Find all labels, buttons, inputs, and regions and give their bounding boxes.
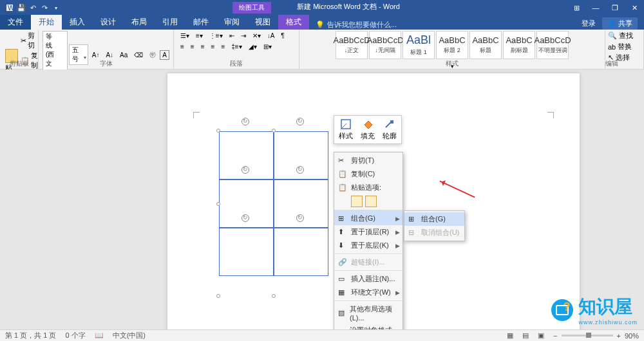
style-gallery-item[interactable]: AaBl标题 1 [402, 31, 435, 59]
rotate-handle-icon[interactable] [242, 166, 249, 174]
word-count[interactable]: 0 个字 [65, 331, 85, 340]
selected-shapes-group[interactable] [219, 131, 335, 286]
increase-indent-button[interactable]: ⇥ [238, 31, 249, 41]
style-gallery-item[interactable]: AaBbC副标题 [503, 31, 535, 59]
tab-review[interactable]: 审阅 [216, 15, 247, 30]
group-paragraph: ☰▾ ≡▾ ⋮≡▾ ⇤ ⇥ ✕▾ ↓A ¶ ≡ ≡ ≡ ≡ ≡ ‡≡▾ ◢▾ ⊞… [174, 30, 299, 69]
tab-design[interactable]: 设计 [93, 15, 124, 30]
change-case-button[interactable]: Aa [117, 50, 130, 60]
print-layout-icon[interactable]: ▤ [522, 331, 529, 340]
crop-mark-icon [193, 112, 200, 118]
zoom-out-icon[interactable]: − [553, 332, 557, 340]
zoom-controls[interactable]: − + 90% [553, 332, 639, 340]
ctx-item-more[interactable]: ▧其他布局选项(L)... [334, 300, 402, 324]
find-button[interactable]: 🔍查找 [608, 31, 641, 41]
clear-format-button[interactable]: ⌫ [131, 50, 146, 60]
web-layout-icon[interactable]: ▣ [538, 331, 544, 340]
submenu-item-group[interactable]: ⊞组合(G) [404, 212, 464, 226]
tab-format[interactable]: 格式 [278, 15, 309, 30]
paste-option-icon[interactable] [365, 196, 377, 207]
cut-button[interactable]: ✂剪切 [21, 31, 38, 50]
restore-icon[interactable]: ❐ [605, 4, 625, 12]
asian-layout-button[interactable]: ✕▾ [250, 31, 263, 41]
group-icon: ⊞ [408, 215, 417, 224]
tab-mailings[interactable]: 邮件 [185, 15, 216, 30]
tab-layout[interactable]: 布局 [124, 15, 155, 30]
ribbon-options-icon[interactable]: ⊞ [567, 4, 586, 12]
tab-home[interactable]: 开始 [31, 15, 62, 30]
tab-view[interactable]: 视图 [247, 15, 278, 30]
show-marks-button[interactable]: ¶ [278, 31, 287, 41]
group-clipboard: 粘贴 ✂剪切 📋复制 🖌格式刷 剪贴板 [0, 30, 39, 69]
language-indicator[interactable]: 中文(中国) [113, 331, 146, 340]
close-icon[interactable]: ✕ [625, 4, 644, 12]
mini-outline-button[interactable]: 轮廓 [381, 118, 399, 141]
rotate-handle-icon[interactable] [242, 118, 249, 125]
contextual-tab-label: 绘图工具 [232, 2, 271, 14]
rotate-handle-icon[interactable] [296, 214, 304, 222]
char-border-button[interactable]: A [160, 50, 169, 60]
distribute-button[interactable]: ≡ [218, 42, 227, 51]
ctx-item-front[interactable]: ⬆置于顶层(R)▶ [334, 225, 402, 239]
resize-handle[interactable] [272, 129, 276, 133]
zoom-in-icon[interactable]: + [617, 332, 621, 340]
tab-references[interactable]: 引用 [155, 15, 185, 30]
resize-handle[interactable] [216, 129, 220, 133]
numbering-button[interactable]: ≡▾ [193, 31, 205, 41]
share-button[interactable]: 👤 共享 [602, 17, 638, 30]
ctx-item-copy[interactable]: 📋复制(C) [334, 167, 402, 181]
spell-check-icon[interactable]: 📖 [95, 331, 104, 340]
ctx-item-wrap[interactable]: ▦环绕文字(W)▶ [334, 286, 402, 299]
mini-style-button[interactable]: 样式 [337, 118, 355, 141]
line-spacing-button[interactable]: ‡≡▾ [229, 42, 244, 51]
ribbon-tabs: 文件 开始 插入 设计 布局 引用 邮件 审阅 视图 格式 💡告诉我您想要做什么… [0, 15, 644, 30]
zoom-value[interactable]: 90% [625, 332, 639, 340]
ctx-item-caption[interactable]: ▭插入题注(N)... [334, 270, 402, 286]
justify-button[interactable]: ≡ [209, 42, 218, 51]
resize-handle[interactable] [216, 202, 220, 206]
group-font: 等线 (西文正 五号 A↑ A↓ Aa ⌫ ㊥ A B I U abc x₂ x… [39, 30, 174, 69]
page-indicator[interactable]: 第 1 页，共 1 页 [5, 331, 56, 340]
qat-more-icon[interactable]: ▾ [52, 3, 61, 12]
replace-button[interactable]: ab替换 [608, 42, 641, 51]
align-center-button[interactable]: ≡ [188, 42, 197, 51]
read-mode-icon[interactable]: ▦ [507, 331, 513, 340]
rotate-handle-icon[interactable] [296, 166, 304, 174]
ctx-item-format[interactable]: ◆设置对象格式(O)... [334, 324, 402, 329]
align-left-button[interactable]: ≡ [178, 42, 187, 51]
resize-handle[interactable] [216, 294, 220, 298]
ctx-item-group[interactable]: ⊞组合(G)▶⊞组合(G)⊟取消组合(U) [334, 210, 402, 225]
style-gallery-item[interactable]: AaBbCcD↓正文 [336, 31, 368, 59]
mini-fill-button[interactable]: 填充 [359, 118, 377, 141]
borders-button[interactable]: ⊞▾ [261, 42, 274, 51]
rotate-handle-icon[interactable] [242, 214, 249, 222]
style-gallery-item[interactable]: AaBbC标题 2 [436, 31, 468, 59]
style-gallery-item[interactable]: AaBbCcD不明显强调 [536, 31, 569, 59]
document-canvas[interactable]: 样式 填充 轮廓 ✂剪切(T)📋复制(C)📋粘贴选项:⊞组合(G)▶⊞组合(G)… [0, 69, 644, 329]
save-icon[interactable]: 💾 [17, 3, 26, 12]
ctx-item-cut[interactable]: ✂剪切(T) [334, 154, 402, 167]
align-right-button[interactable]: ≡ [198, 42, 207, 51]
bullets-button[interactable]: ☰▾ [178, 31, 192, 41]
redo-icon[interactable]: ↷ [40, 3, 49, 12]
style-gallery-item[interactable]: AaBbCcD↓无间隔 [369, 31, 401, 59]
login-link[interactable]: 登录 [582, 19, 596, 28]
minimize-icon[interactable]: — [586, 4, 605, 12]
multilevel-button[interactable]: ⋮≡▾ [207, 31, 225, 41]
tab-insert[interactable]: 插入 [62, 15, 93, 30]
grow-font-button[interactable]: A↑ [90, 50, 102, 60]
resize-handle[interactable] [272, 294, 276, 298]
style-gallery-item[interactable]: AaBbC标题 [469, 31, 502, 59]
shading-button[interactable]: ◢▾ [246, 42, 260, 51]
decrease-indent-button[interactable]: ⇤ [227, 31, 237, 41]
group-label: 字体 [39, 59, 173, 68]
zoom-slider[interactable] [562, 335, 613, 336]
paste-option-icon[interactable] [351, 196, 363, 207]
sort-button[interactable]: ↓A [265, 31, 278, 41]
rotate-handle-icon[interactable] [296, 118, 304, 125]
tab-file[interactable]: 文件 [0, 15, 31, 30]
shrink-font-button[interactable]: A↓ [103, 50, 116, 60]
ctx-item-back[interactable]: ⬇置于底层(K)▶ [334, 239, 402, 252]
tell-me-box[interactable]: 💡告诉我您想要做什么... [309, 20, 575, 30]
undo-icon[interactable]: ↶ [28, 3, 37, 12]
